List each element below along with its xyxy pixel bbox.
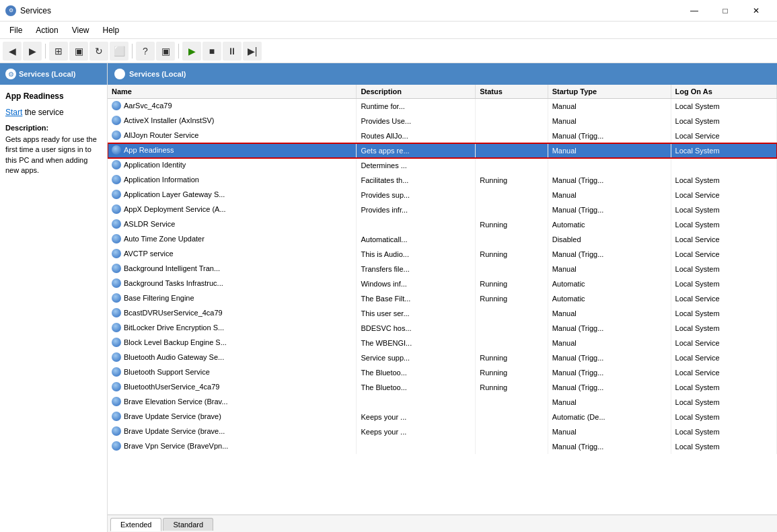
table-row[interactable]: Background Intelligent Tran...Transfers …	[108, 262, 777, 276]
stop-service-button[interactable]: ■	[202, 42, 221, 61]
service-name-cell: Base Filtering Engine	[108, 291, 357, 306]
table-row[interactable]: Bluetooth Audio Gateway Se...Service sup…	[108, 350, 777, 365]
table-row[interactable]: Bluetooth Support ServiceThe Bluetoo...R…	[108, 365, 777, 380]
service-icon	[112, 412, 121, 421]
description-label: Description:	[5, 124, 102, 132]
service-desc-cell: This user ser...	[357, 306, 476, 321]
service-icon	[112, 160, 121, 169]
table-row[interactable]: BitLocker Drive Encryption S...BDESVC ho…	[108, 321, 777, 336]
back-button[interactable]: ◀	[3, 42, 22, 61]
service-logon-cell: Local Service	[671, 365, 776, 380]
table-row[interactable]: Auto Time Zone UpdaterAutomaticall...Dis…	[108, 232, 777, 247]
table-row[interactable]: Application InformationFacilitates th...…	[108, 173, 777, 188]
service-status-cell	[476, 321, 548, 336]
table-row[interactable]: ActiveX Installer (AxInstSV)Provides Use…	[108, 114, 777, 128]
col-logon-as[interactable]: Log On As	[671, 85, 776, 99]
col-startup-type[interactable]: Startup Type	[548, 85, 671, 99]
service-startup-cell	[548, 158, 671, 173]
table-row[interactable]: BcastDVRUserService_4ca79This user ser..…	[108, 306, 777, 321]
toolbar-sep-2	[132, 44, 133, 59]
service-name-cell: BcastDVRUserService_4ca79	[108, 306, 357, 321]
help-button[interactable]: ?	[136, 42, 155, 61]
selected-service-name: App Readiness	[5, 91, 102, 101]
service-name-cell: Application Identity	[108, 158, 357, 173]
col-status[interactable]: Status	[476, 85, 548, 99]
export-button[interactable]: ▣	[156, 42, 175, 61]
service-desc-cell: The Bluetoo...	[357, 365, 476, 380]
left-panel: Services (Local) App Readiness Start the…	[0, 63, 108, 532]
table-row[interactable]: Brave Vpn Service (BraveVpn...Manual (Tr…	[108, 439, 777, 454]
minimize-button[interactable]: —	[679, 0, 710, 22]
table-row[interactable]: AVCTP serviceThis is Audio...RunningManu…	[108, 247, 777, 262]
service-startup-cell: Manual (Trigg...	[548, 439, 671, 454]
start-service-button[interactable]: ▶	[182, 42, 201, 61]
service-name-cell: Bluetooth Support Service	[108, 365, 357, 380]
menu-help[interactable]: Help	[96, 22, 126, 38]
service-desc-cell: Determines ...	[357, 158, 476, 173]
service-logon-cell: Local Service	[671, 350, 776, 365]
service-icon	[112, 219, 121, 229]
close-button[interactable]: ✕	[741, 0, 772, 22]
table-row[interactable]: AllJoyn Router ServiceRoutes AllJo...Man…	[108, 128, 777, 143]
service-name-cell: BitLocker Drive Encryption S...	[108, 321, 357, 336]
pause-service-button[interactable]: ⏸	[223, 42, 242, 61]
service-startup-cell: Manual (Trigg...	[548, 128, 671, 143]
tab-extended[interactable]: Extended	[110, 518, 161, 531]
table-row[interactable]: ASLDR ServiceRunningAutomaticLocal Syste…	[108, 217, 777, 232]
service-startup-cell: Manual	[548, 143, 671, 158]
table-row[interactable]: AppX Deployment Service (A...Provides in…	[108, 202, 777, 217]
service-startup-cell: Automatic	[548, 217, 671, 232]
service-icon	[112, 234, 121, 243]
service-status-cell	[476, 114, 548, 128]
tab-standard[interactable]: Standard	[163, 518, 213, 531]
service-status-cell	[476, 202, 548, 217]
service-icon	[112, 308, 121, 317]
service-status-cell	[476, 232, 548, 247]
map-button[interactable]: ⬜	[110, 42, 128, 61]
refresh-button[interactable]: ↻	[89, 42, 108, 61]
service-desc-cell: Routes AllJo...	[357, 128, 476, 143]
service-logon-cell: Local Service	[671, 232, 776, 247]
service-logon-cell: Local Service	[671, 247, 776, 262]
service-logon-cell: Local System	[671, 276, 776, 291]
service-desc-cell: Provides sup...	[357, 188, 476, 202]
service-logon-cell: Local System	[671, 262, 776, 276]
service-status-cell	[476, 158, 548, 173]
table-row[interactable]: Base Filtering EngineThe Base Filt...Run…	[108, 291, 777, 306]
service-startup-cell: Manual	[548, 188, 671, 202]
table-row[interactable]: AarSvc_4ca79Runtime for...ManualLocal Sy…	[108, 99, 777, 114]
up-button[interactable]: ⊞	[49, 42, 68, 61]
table-row[interactable]: Block Level Backup Engine S...The WBENGI…	[108, 336, 777, 350]
table-row[interactable]: Application IdentityDetermines ...	[108, 158, 777, 173]
service-logon-cell: Local System	[671, 380, 776, 395]
right-panel: Services (Local) Name Description Status…	[108, 63, 777, 532]
table-row[interactable]: Application Layer Gateway S...Provides s…	[108, 188, 777, 202]
service-startup-cell: Automatic	[548, 291, 671, 306]
service-name-cell: Brave Elevation Service (Brav...	[108, 395, 357, 410]
show-hide-button[interactable]: ▣	[69, 42, 88, 61]
service-logon-cell: Local System	[671, 173, 776, 188]
table-row[interactable]: Brave Update Service (brave)Keeps your .…	[108, 410, 777, 424]
menu-file[interactable]: File	[3, 22, 29, 38]
table-row[interactable]: Brave Update Service (brave...Keeps your…	[108, 424, 777, 439]
services-table-wrapper[interactable]: Name Description Status Startup Type Log…	[108, 85, 777, 515]
service-name-cell: Background Tasks Infrastruc...	[108, 276, 357, 291]
table-row[interactable]: Background Tasks Infrastruc...Windows in…	[108, 276, 777, 291]
maximize-button[interactable]: □	[710, 0, 741, 22]
table-row[interactable]: Brave Elevation Service (Brav...ManualLo…	[108, 395, 777, 410]
col-name[interactable]: Name	[108, 85, 357, 99]
start-service-link[interactable]: Start	[5, 108, 22, 117]
right-panel-title: Services (Local)	[129, 70, 186, 78]
service-logon-cell: Local System	[671, 114, 776, 128]
menu-view[interactable]: View	[65, 22, 96, 38]
left-panel-content: App Readiness Start the service Descript…	[0, 85, 107, 532]
col-description[interactable]: Description	[357, 85, 476, 99]
service-startup-cell: Automatic	[548, 276, 671, 291]
table-row[interactable]: BluetoothUserService_4ca79The Bluetoo...…	[108, 380, 777, 395]
menu-action[interactable]: Action	[29, 22, 65, 38]
service-desc-cell: The Bluetoo...	[357, 380, 476, 395]
table-row[interactable]: App ReadinessGets apps re...ManualLocal …	[108, 143, 777, 158]
forward-button[interactable]: ▶	[23, 42, 42, 61]
left-panel-icon	[5, 69, 16, 79]
restart-service-button[interactable]: ▶|	[243, 42, 262, 61]
